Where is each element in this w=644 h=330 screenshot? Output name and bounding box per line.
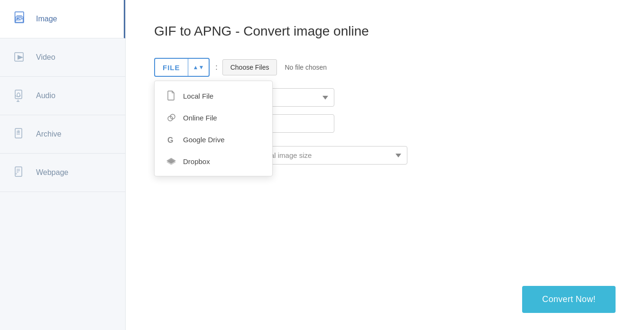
dropdown-label-google-drive: Google Drive (183, 136, 225, 144)
file-colon: : (215, 63, 217, 72)
choose-files-button[interactable]: Choose Files (222, 59, 277, 75)
video-icon (13, 49, 28, 66)
local-file-icon (166, 91, 176, 101)
sidebar-item-video[interactable]: Video (0, 38, 125, 77)
sidebar-label-image: Image (36, 15, 57, 23)
svg-marker-7 (18, 55, 23, 60)
sidebar-label-audio: Audio (36, 92, 55, 100)
sidebar-label-video: Video (36, 53, 55, 62)
dropdown-item-dropbox[interactable]: Dropbox (155, 150, 272, 172)
svg-rect-17 (15, 167, 22, 176)
svg-rect-8 (15, 90, 22, 99)
file-row: FILE ▲▼ : Choose Files No file chosen Lo… (154, 58, 616, 77)
dropdown-item-online-file[interactable]: Online File (155, 107, 272, 128)
file-source-dropdown: Local File Online File G Google Drive (154, 81, 273, 176)
no-file-text: No file chosen (285, 64, 327, 71)
file-dropdown-arrow[interactable]: ▲▼ (188, 64, 209, 71)
file-btn-label[interactable]: FILE (155, 60, 188, 75)
svg-text:G: G (167, 136, 173, 144)
svg-point-5 (17, 18, 18, 19)
sidebar-label-archive: Archive (36, 130, 61, 138)
page-title: GIF to APNG - Convert image online (154, 24, 616, 39)
dropbox-icon (166, 156, 176, 166)
google-drive-icon: G (166, 134, 176, 145)
audio-icon (13, 87, 28, 104)
svg-rect-16 (18, 130, 19, 133)
image-icon (13, 10, 28, 28)
webpage-icon (13, 164, 28, 181)
online-file-icon (166, 112, 176, 123)
archive-icon (13, 126, 28, 143)
dropdown-label-online-file: Online File (183, 114, 217, 122)
sidebar-item-archive[interactable]: Archive (0, 115, 125, 154)
file-source-group: FILE ▲▼ (154, 58, 210, 77)
dropdown-item-local-file[interactable]: Local File (155, 85, 272, 107)
dropdown-label-dropbox: Dropbox (183, 157, 210, 165)
dropdown-item-google-drive[interactable]: G Google Drive (155, 128, 272, 150)
sidebar-label-webpage: Webpage (36, 168, 68, 177)
sidebar-item-image[interactable]: Image (0, 0, 125, 38)
svg-rect-0 (15, 12, 24, 23)
main-content: GIF to APNG - Convert image online FILE … (126, 0, 644, 330)
sidebar: Image Video Audio (0, 0, 126, 330)
dropdown-label-local-file: Local File (183, 92, 213, 100)
svg-rect-21 (16, 173, 17, 174)
convert-now-button[interactable]: Convert Now! (522, 286, 616, 313)
sidebar-item-audio[interactable]: Audio (0, 77, 125, 115)
sidebar-item-webpage[interactable]: Webpage (0, 154, 125, 192)
